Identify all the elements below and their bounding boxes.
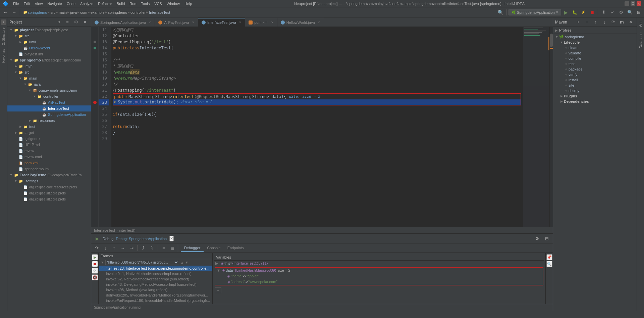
- tree-item-pomxml[interactable]: 📋 pom.xml: [7, 160, 91, 166]
- debug-list[interactable]: ≣: [168, 244, 176, 252]
- menu-file[interactable]: File: [11, 1, 21, 6]
- maven-add-btn[interactable]: +: [574, 18, 582, 26]
- bc-interfacetest[interactable]: InterfaceTest: [149, 10, 170, 14]
- tree-item-gitignore[interactable]: 📄 .gitignore: [7, 136, 91, 142]
- frame-item-0[interactable]: ✓ interTest:23, InterfaceTest (com.examp…: [99, 266, 212, 271]
- tab-debugger[interactable]: Debugger: [181, 244, 204, 252]
- var-item-this[interactable]: ▶ ◈ this = {InterfaceTest@5711}: [214, 261, 544, 266]
- tree-item-target[interactable]: ▶ 📁 target: [7, 130, 91, 136]
- bc-main[interactable]: main: [59, 10, 67, 14]
- tree-item-tradepay[interactable]: ▼ 📁 TradePayDemo E:\ideaproject\TradePa.…: [7, 172, 91, 178]
- tree-item-hellowworld[interactable]: ☕ HellowWorld: [7, 45, 91, 51]
- tab-console[interactable]: Console: [204, 244, 224, 252]
- bc-example[interactable]: example: [91, 10, 105, 14]
- tree-item-main[interactable]: ▼ 📂 main: [7, 75, 91, 81]
- toolbar-search[interactable]: 🔍: [497, 9, 505, 16]
- tree-item-package[interactable]: ▼ 📦 com.example.springdemo: [7, 87, 91, 93]
- tree-item-helpmd[interactable]: 📄 HELP.md: [7, 142, 91, 148]
- menu-code[interactable]: Code: [65, 1, 77, 6]
- toolbar-forward[interactable]: →: [10, 9, 18, 16]
- debug-mute-icon[interactable]: 🔇: [92, 274, 98, 280]
- debug-resume-btn[interactable]: ▶: [93, 235, 101, 242]
- side-tab-database[interactable]: Database: [638, 30, 643, 51]
- maven-item-validate[interactable]: ○ validate: [553, 50, 637, 56]
- debug-restore-frame[interactable]: ⤵: [148, 244, 156, 252]
- bc-java[interactable]: java: [70, 10, 77, 14]
- editor-scrollbar[interactable]: [549, 27, 553, 227]
- tree-item-springdemoapplication[interactable]: ☕ SpringdemoApplication: [7, 111, 91, 118]
- var-child-adress[interactable]: ◈ "adress" -> "www.cpolar.com": [215, 279, 543, 285]
- close-tab-alipay[interactable]: ✕: [192, 21, 195, 24]
- tab-hellowworld[interactable]: HellowWorld.java ✕: [277, 18, 324, 27]
- bc-controller[interactable]: controller: [130, 10, 146, 14]
- debug-expand-btn[interactable]: ⊞: [543, 235, 551, 242]
- tree-item-springdemoiml[interactable]: 📄 springdemo.iml: [7, 166, 91, 172]
- var-child-name[interactable]: ◈ "name" -> "cpolar": [215, 273, 543, 279]
- frame-up[interactable]: ▲: [180, 261, 184, 264]
- debug-rerun-icon[interactable]: ⟳: [92, 268, 98, 274]
- project-scope-btn[interactable]: ⊙: [55, 18, 63, 26]
- tree-item-until[interactable]: ▶ 📁 until: [7, 39, 91, 45]
- maven-remove-btn[interactable]: −: [583, 18, 591, 26]
- maven-item-plugins[interactable]: ▶ Plugins: [553, 93, 637, 99]
- toolbar-terminal[interactable]: ⊞: [635, 9, 643, 16]
- menu-navigate[interactable]: Navigate: [45, 1, 64, 6]
- frame-item-4[interactable]: invoke:498, Method (java.lang.reflect): [99, 287, 212, 292]
- debug-filter-btn[interactable]: 🔍: [546, 261, 552, 267]
- add-watch-btn[interactable]: +: [215, 287, 221, 293]
- bc-springdemo2[interactable]: springdemo: [108, 10, 127, 14]
- project-gear-btn[interactable]: ⚙: [72, 18, 80, 26]
- frame-item-3[interactable]: invoke:43, DelegatingMethodAccessorImpl …: [99, 282, 212, 287]
- tree-item-mvn[interactable]: ▶ 📁 .mvn: [7, 63, 91, 69]
- menu-view[interactable]: View: [33, 1, 45, 6]
- menu-window[interactable]: Window: [165, 1, 182, 6]
- tab-pomxml[interactable]: pom.xml ✕: [245, 18, 277, 27]
- expand-this[interactable]: ▶: [215, 261, 221, 266]
- thread-selector[interactable]: *http-nio-8080-exec-3*@5,307 in group...: [105, 260, 179, 265]
- frame-thread[interactable]: ▼ *http-nio-8080-exec-3*@5,307 in group.…: [99, 259, 212, 266]
- bc-src[interactable]: src: [50, 10, 55, 14]
- debug-step-over[interactable]: ↷: [93, 244, 101, 252]
- debug-step-out[interactable]: ↑: [110, 244, 118, 252]
- debug-run-to-cursor[interactable]: →: [119, 244, 127, 252]
- debug-resume-icon[interactable]: ▶: [92, 254, 98, 260]
- tree-item-eclipseprefs1[interactable]: 📄 org.eclipse.core.resources.prefs: [7, 184, 91, 190]
- debug-app-name[interactable]: Debug: SpringdemoApplication: [116, 237, 167, 241]
- tree-item-settings[interactable]: ▼ 📁 .settings: [7, 178, 91, 184]
- menu-build[interactable]: Build: [115, 1, 127, 6]
- run-button[interactable]: ▶: [562, 9, 570, 16]
- maven-item-site[interactable]: ○ site: [553, 83, 637, 88]
- tree-item-interfacetest[interactable]: ☕ InterfaceTest: [7, 105, 91, 111]
- maven-item-compile[interactable]: ○ compile: [553, 56, 637, 61]
- close-button[interactable]: ✕: [637, 1, 641, 6]
- maximize-button[interactable]: ☐: [631, 1, 635, 6]
- menu-refactor[interactable]: Refactor: [96, 1, 114, 6]
- project-panel-toggle[interactable]: 1: [1, 19, 6, 25]
- frame-item-5[interactable]: doInvoke:205, InvocableHandlerMethod (or…: [99, 292, 212, 298]
- maven-item-springdemo[interactable]: ▼ 🌿 springdemo: [553, 34, 637, 40]
- tree-item-resources[interactable]: ▶ 📁 resources: [7, 118, 91, 124]
- maven-refresh-btn[interactable]: ⟳: [609, 18, 617, 26]
- side-tab-ant[interactable]: Ant: [638, 19, 643, 30]
- menu-vcs[interactable]: VCS: [152, 1, 164, 6]
- code-content[interactable]: //测试接口 @Controller @RequestMapping("/tes…: [111, 27, 523, 227]
- minimize-button[interactable]: —: [625, 1, 629, 6]
- bc-bottom-method[interactable]: interTest(): [119, 228, 136, 232]
- menu-run[interactable]: Run: [127, 1, 138, 6]
- maven-item-test[interactable]: ○ test: [553, 61, 637, 66]
- maven-item-clean[interactable]: ○ clean: [553, 45, 637, 50]
- tree-item-src2[interactable]: ▼ 📂 src: [7, 69, 91, 75]
- menu-tools[interactable]: Tools: [139, 1, 152, 6]
- run-config-selector[interactable]: 🌿 SpringdemoApplication ▾: [508, 9, 561, 15]
- tree-item-eclipseprefs2[interactable]: 📄 org.eclipse.jdt.core.prefs: [7, 190, 91, 196]
- close-tab-pom[interactable]: ✕: [271, 21, 274, 24]
- debug-stop-icon[interactable]: ⏹: [92, 261, 98, 267]
- menu-edit[interactable]: Edit: [22, 1, 32, 6]
- tree-item-playtest[interactable]: ▼ 📁 playtest E:\ideaproject\playtest: [7, 27, 91, 33]
- toolbar-back[interactable]: ←: [1, 9, 9, 16]
- vcs-commit[interactable]: ✓: [608, 9, 616, 16]
- run-with-coverage[interactable]: ⚡: [579, 9, 587, 16]
- maven-item-verify[interactable]: ○ verify: [553, 72, 637, 77]
- maven-item-install[interactable]: ○ install: [553, 77, 637, 83]
- tree-item-test[interactable]: ▶ 📁 test: [7, 124, 91, 130]
